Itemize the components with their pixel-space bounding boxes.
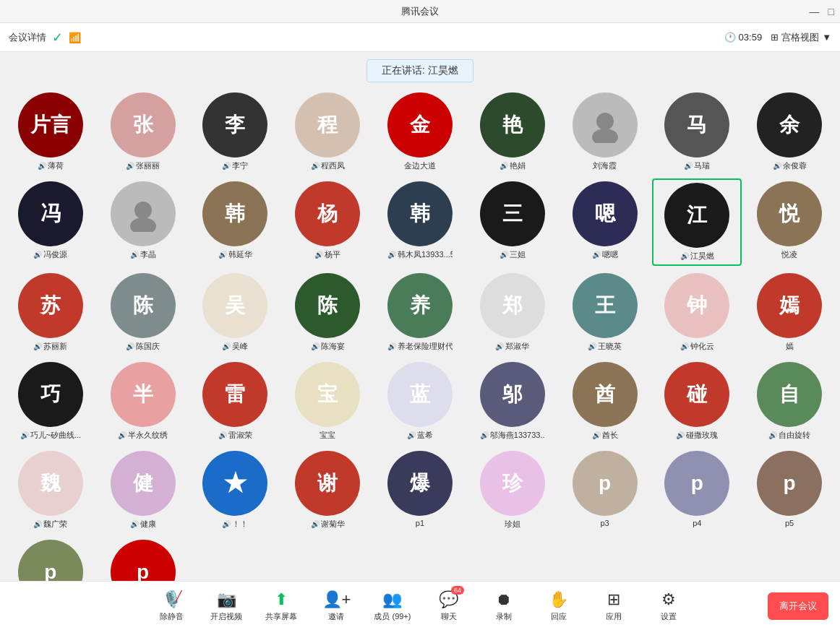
participant-cell[interactable]: 片言🔊薄荷 (6, 90, 95, 174)
participant-cell[interactable]: 自🔊自由旋转 (745, 359, 834, 444)
mic-on-icon: 🔊 (500, 162, 508, 170)
participant-cell[interactable]: 悦悦凌 (745, 178, 834, 266)
participant-cell[interactable]: 蓝🔊蓝希 (375, 359, 465, 444)
participant-cell[interactable]: pp5 (745, 448, 834, 532)
participant-cell[interactable]: 碰🔊碰撒玫瑰 (652, 359, 742, 444)
view-toggle-button[interactable]: ⊞ 宫格视图 ▼ (771, 31, 831, 44)
participant-cell[interactable]: 吴🔊吴峰 (191, 270, 280, 355)
video-button[interactable]: 📷 开启视频 (209, 590, 244, 622)
invite-button[interactable]: 👤+ 邀请 (319, 590, 353, 622)
chat-button[interactable]: 💬 64 聊天 (432, 590, 466, 622)
mic-on-icon: 🔊 (500, 251, 508, 259)
participant-cell[interactable]: 郑🔊郑淑华 (468, 270, 557, 355)
participant-cell[interactable]: 雷🔊雷淑荣 (191, 359, 280, 444)
mic-on-icon: 🔊 (768, 431, 777, 439)
apps-button[interactable]: ⊞ 应用 (596, 590, 631, 622)
participant-cell[interactable]: 陈🔊陈海宴 (283, 270, 372, 355)
shield-icon: ✓ (52, 30, 63, 46)
participant-name: 🔊江昊燃 (680, 251, 714, 262)
participant-name: 🔊！！ (222, 519, 248, 530)
participant-cell[interactable]: 三🔊三姐 (468, 178, 557, 266)
participant-name: 🔊吴峰 (222, 341, 248, 352)
participant-name: 🔊蓝希 (407, 430, 433, 441)
participant-cell[interactable]: 冯🔊冯俊源 (6, 178, 95, 266)
mic-on-icon: 🔊 (680, 252, 689, 260)
video-icon: 📷 (217, 590, 236, 609)
mic-on-icon: 🔊 (311, 342, 320, 350)
participants-grid-area[interactable]: 片言🔊薄荷张🔊张丽丽李🔊李宁程🔊程西凤金金边大道艳🔊艳娟刘海霞马🔊马瑞余🔊余俊蓉… (0, 87, 840, 581)
mic-on-icon: 🔊 (218, 251, 227, 259)
mic-on-icon: 🔊 (20, 431, 29, 439)
participant-name: 🔊冯俊源 (33, 249, 67, 260)
participant-cell[interactable]: 宝宝宝 (283, 359, 372, 444)
participant-cell[interactable]: 韩🔊韩延华 (191, 178, 280, 266)
participant-cell[interactable]: 嗯🔊嗯嗯 (560, 178, 650, 266)
participant-cell[interactable]: 谢🔊谢菊华 (283, 448, 372, 532)
participant-cell[interactable]: 巧🔊巧儿~矽曲线... (6, 359, 95, 444)
participant-cell[interactable]: 半🔊半永久纹绣 (98, 359, 188, 444)
participant-cell[interactable]: 韩🔊韩木凤13933...5 (375, 178, 465, 266)
participant-cell[interactable]: pp4 (652, 448, 742, 532)
record-button[interactable]: ⏺ 录制 (487, 590, 521, 622)
meeting-timer: 🕐 03:59 (724, 32, 763, 43)
participant-cell[interactable]: 金金边大道 (375, 90, 465, 174)
mic-on-icon: 🔊 (387, 342, 396, 350)
mute-button[interactable]: 🎙️╱ 除静音 (154, 590, 189, 622)
members-button[interactable]: 👥 成员 (99+) (374, 590, 411, 622)
participant-cell[interactable]: 江🔊江昊燃 (652, 178, 742, 266)
participant-cell[interactable]: 养🔊养老保险理财代缴3... (375, 270, 465, 355)
participant-cell[interactable]: 张🔊张丽丽 (98, 90, 188, 174)
participant-name: 🔊魏广荣 (33, 519, 67, 530)
participant-cell[interactable]: 苏🔊苏丽新 (6, 270, 95, 355)
participant-cell[interactable]: 爆p1 (375, 448, 465, 532)
mic-on-icon: 🔊 (33, 251, 42, 259)
top-toolbar: 会议详情 ✓ 📶 🕐 03:59 ⊞ 宫格视图 ▼ (0, 23, 840, 52)
participant-cell[interactable]: ★🔊！！ (191, 448, 280, 532)
speaking-text: 正在讲话: 江昊燃 (367, 59, 473, 82)
participant-name: 🔊薄荷 (38, 160, 64, 171)
leave-meeting-button[interactable]: 离开会议 (768, 592, 828, 620)
participant-cell[interactable]: 杨🔊杨平 (283, 178, 372, 266)
participant-cell[interactable]: 余🔊余俊蓉 (745, 90, 834, 174)
maximize-button[interactable]: □ (828, 6, 834, 17)
participant-cell[interactable]: 李🔊李宁 (191, 90, 280, 174)
participant-cell[interactable]: 酋🔊酋长 (560, 359, 650, 444)
participant-cell[interactable]: pp6 (6, 537, 95, 581)
participant-cell[interactable]: 珍珍姐 (468, 448, 557, 532)
window-controls: — □ (810, 6, 834, 17)
participant-name: 🔊酋长 (592, 430, 618, 441)
mic-on-icon: 🔊 (126, 342, 134, 350)
participant-cell[interactable]: pp3 (560, 448, 650, 532)
mic-on-icon: 🔊 (222, 520, 231, 528)
participant-cell[interactable]: 邬🔊邬海燕133733... (468, 359, 557, 444)
participant-name: 🔊三姐 (500, 249, 526, 260)
participant-cell[interactable]: 陈🔊陈国庆 (98, 270, 188, 355)
meeting-info-button[interactable]: 会议详情 (9, 31, 46, 44)
mic-on-icon: 🔊 (387, 251, 396, 259)
mic-on-icon: 🔊 (684, 162, 693, 170)
participant-name: 金边大道 (404, 160, 436, 171)
participant-cell[interactable]: 艳🔊艳娟 (468, 90, 557, 174)
participant-cell[interactable]: 健🔊健康 (98, 448, 188, 532)
minimize-button[interactable]: — (810, 6, 820, 17)
participant-cell[interactable]: 马🔊马瑞 (652, 90, 742, 174)
participant-name: 🔊苏丽新 (33, 341, 67, 352)
participant-cell[interactable]: 王🔊王晓英 (560, 270, 650, 355)
settings-button[interactable]: ⚙ 设置 (651, 590, 686, 622)
share-icon: ⬆ (275, 590, 288, 609)
share-screen-button[interactable]: ⬆ 共享屏幕 (264, 590, 299, 622)
participant-cell[interactable]: 钟🔊钟化云 (652, 270, 742, 355)
participant-name: 🔊艳娟 (500, 160, 526, 171)
participant-cell[interactable]: 程🔊程西凤 (283, 90, 372, 174)
participant-cell[interactable]: pp7 (98, 537, 188, 581)
participant-name: 🔊自由旋转 (768, 430, 810, 441)
settings-icon: ⚙ (661, 590, 676, 609)
mic-on-icon: 🔊 (118, 431, 127, 439)
bottom-toolbar: 🎙️╱ 除静音 📷 开启视频 ⬆ 共享屏幕 👤+ 邀请 👥 成员 (99+) 💬… (0, 581, 840, 630)
participant-cell[interactable]: 刘海霞 (560, 90, 650, 174)
reaction-button[interactable]: ✋ 回应 (541, 590, 576, 622)
participant-name: 🔊谢菊华 (311, 519, 345, 530)
participant-cell[interactable]: 🔊李晶 (98, 178, 188, 266)
participant-cell[interactable]: 嫣嫣 (745, 270, 834, 355)
participant-cell[interactable]: 魏🔊魏广荣 (6, 448, 95, 532)
